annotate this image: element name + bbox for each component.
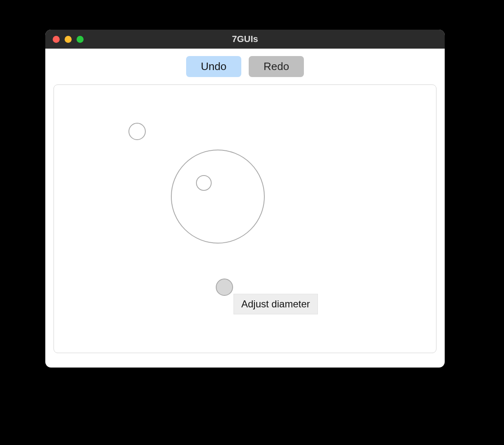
window-controls	[45, 36, 84, 43]
context-menu-adjust-diameter[interactable]: Adjust diameter	[233, 294, 318, 314]
circle[interactable]	[196, 175, 212, 191]
circle[interactable]	[171, 150, 265, 244]
undo-button[interactable]: Undo	[186, 56, 241, 77]
toolbar: Undo Redo	[54, 56, 436, 77]
close-icon[interactable]	[53, 36, 60, 43]
maximize-icon[interactable]	[77, 36, 84, 43]
window-title: 7GUIs	[45, 34, 445, 44]
redo-button[interactable]: Redo	[249, 56, 304, 77]
circle[interactable]	[216, 279, 233, 296]
titlebar: 7GUIs	[45, 30, 445, 49]
window-content: Undo Redo Adjust diameter	[45, 49, 445, 361]
app-window: 7GUIs Undo Redo Adjust diameter	[45, 30, 445, 368]
drawing-canvas[interactable]: Adjust diameter	[54, 84, 436, 353]
minimize-icon[interactable]	[65, 36, 72, 43]
circle[interactable]	[128, 123, 146, 140]
